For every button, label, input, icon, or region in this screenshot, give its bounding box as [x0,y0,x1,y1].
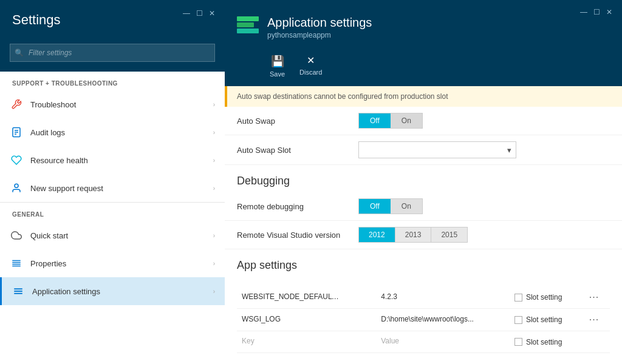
application-settings-label: Application settings [32,287,213,296]
app-icon [237,16,259,38]
table-row: WSGI_LOG D:\home\site\wwwroot\logs... Sl… [237,309,610,331]
slot-checkbox[interactable] [514,294,522,302]
auto-swap-off-btn[interactable]: Off [359,113,391,128]
remote-vs-label: Remote Visual Studio version [237,231,358,240]
resource-health-label: Resource health [30,156,213,165]
sidebar-item-quick-start[interactable]: Quick start › [0,221,225,249]
remote-debugging-toggle: Off On [358,198,423,214]
minimize-btn-right[interactable]: — [580,8,587,16]
alert-bar: Auto swap destinations cannot be configu… [225,86,622,107]
save-icon: 💾 [271,55,284,68]
wrench-icon [10,98,23,111]
chevron-icon: › [213,157,215,164]
close-btn-right[interactable]: ✕ [606,8,612,16]
right-panel-subtitle: pythonsampleappm [267,31,610,39]
remote-debugging-on-btn[interactable]: On [391,199,422,214]
maximize-btn-right[interactable]: ☐ [593,8,600,16]
actions-cell: ··· [584,309,610,331]
auto-swap-slot-select-wrapper [358,141,516,158]
chevron-icon: › [213,288,215,295]
right-content: Auto swap destinations cannot be configu… [225,86,622,364]
close-btn-left[interactable]: ✕ [209,10,215,17]
right-header: Application settings pythonsampleappm — … [225,0,622,55]
actions-cell [584,331,610,353]
auto-swap-label: Auto Swap [237,116,358,126]
remote-debugging-off-btn[interactable]: Off [359,199,391,214]
app-settings-table: WEBSITE_NODE_DEFAULT_V... 4.2.3 Slot set… [237,286,610,353]
right-title-section: Application settings pythonsampleappm [267,16,610,39]
search-input[interactable] [10,44,215,62]
table-row: WEBSITE_NODE_DEFAULT_V... 4.2.3 Slot set… [237,286,610,309]
sidebar-item-resource-health[interactable]: Resource health › [0,146,225,174]
slot-setting-cell: Slot setting [510,286,584,309]
auto-swap-toggle: Off On [358,113,423,129]
maximize-btn-left[interactable]: ☐ [196,10,203,17]
chevron-icon: › [213,260,215,267]
save-button[interactable]: 💾 Save [270,55,285,78]
document-icon [10,126,23,139]
chevron-icon: › [213,185,215,192]
actions-cell: ··· [584,286,610,309]
chevron-icon: › [213,129,215,136]
sidebar-item-properties[interactable]: Properties › [0,249,225,277]
toolbar: 💾 Save ✕ Discard [225,55,622,86]
debugging-heading: Debugging [225,165,622,192]
discard-icon: ✕ [307,55,315,66]
nav-content: SUPPORT + TROUBLESHOOTING Troubleshoot ›… [0,72,225,364]
table-row: Key Value Slot setting [237,331,610,353]
sidebar-item-audit-logs[interactable]: Audit logs › [0,118,225,146]
remote-debugging-label: Remote debugging [237,202,358,211]
left-header: Settings — ☐ ✕ [0,0,225,38]
discard-button[interactable]: ✕ Discard [299,55,322,78]
bars-icon [10,257,23,270]
slot-setting-label: Slot setting [526,293,562,302]
auto-swap-row: Auto Swap Off On [225,107,622,135]
alert-text: Auto swap destinations cannot be configu… [237,92,448,101]
key-value: WEBSITE_NODE_DEFAULT_V... [242,292,339,301]
sidebar-item-application-settings[interactable]: Application settings › [0,277,225,305]
setting-value: 4.2.3 [381,292,397,301]
slot-setting-cell: Slot setting [510,331,584,353]
value-cell: D:\home\site\wwwroot\logs... [376,309,510,331]
section-label-support: SUPPORT + TROUBLESHOOTING [0,72,225,90]
heart-icon [10,153,23,167]
svg-point-4 [15,184,18,187]
slot-checkbox[interactable] [514,338,522,346]
key-cell: WSGI_LOG [237,309,376,331]
window-controls-left: — ☐ ✕ [183,10,215,17]
sidebar-item-new-support-request[interactable]: New support request › [0,174,225,202]
key-value: Key [242,337,255,345]
key-cell: WEBSITE_NODE_DEFAULT_V... [237,286,376,309]
slot-setting-label: Slot setting [526,315,562,324]
key-cell: Key [237,331,376,353]
minimize-btn-left[interactable]: — [183,10,190,17]
window-controls-right: — ☐ ✕ [580,8,612,16]
chevron-icon: › [213,101,215,108]
new-support-request-label: New support request [30,184,213,193]
right-panel-title: Application settings [267,16,610,30]
setting-value: Value [381,337,399,345]
ellipsis-button[interactable]: ··· [589,292,599,303]
slot-setting-label: Slot setting [526,338,562,346]
auto-swap-slot-select[interactable] [358,141,516,158]
section-label-general: GENERAL [0,203,225,221]
version-2013-btn[interactable]: 2013 [395,228,432,242]
slot-setting-cell: Slot setting [510,309,584,331]
app-settings-section: WEBSITE_NODE_DEFAULT_V... 4.2.3 Slot set… [225,277,622,358]
remote-debugging-row: Remote debugging Off On [225,192,622,221]
auto-swap-on-btn[interactable]: On [391,113,422,128]
version-2015-btn[interactable]: 2015 [431,228,467,242]
troubleshoot-label: Troubleshoot [30,100,213,109]
version-2012-btn[interactable]: 2012 [359,228,395,242]
setting-value: D:\home\site\wwwroot\logs... [381,315,474,323]
cloud-icon [10,229,23,242]
sidebar-item-troubleshoot[interactable]: Troubleshoot › [0,90,225,118]
quick-start-label: Quick start [30,231,213,240]
discard-label: Discard [299,69,322,76]
remote-vs-version-row: Remote Visual Studio version 2012 2013 2… [225,221,622,249]
version-toggle: 2012 2013 2015 [358,227,468,243]
right-panel: Application settings pythonsampleappm — … [225,0,622,364]
bars-equal-icon [12,285,25,298]
ellipsis-button[interactable]: ··· [589,314,599,325]
slot-checkbox[interactable] [514,316,522,324]
